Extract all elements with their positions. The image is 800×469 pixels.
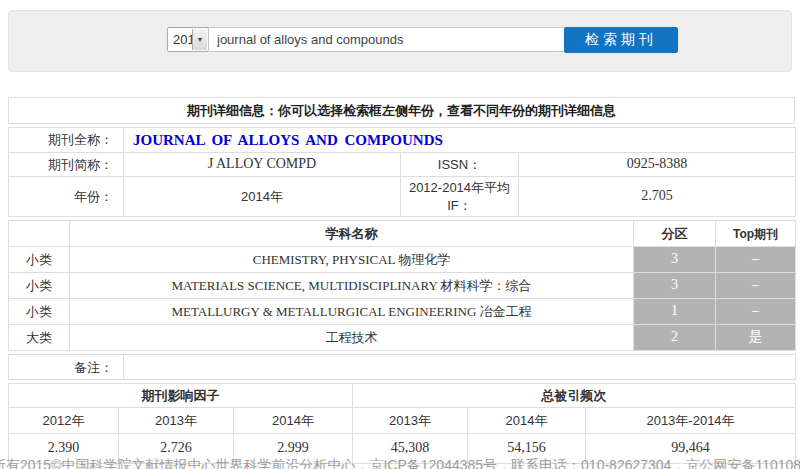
top-journal-cell: – <box>716 273 796 299</box>
subject-type: 小类 <box>9 273 70 299</box>
partition-header: 分区 <box>634 221 716 247</box>
subject-name: CHEMISTRY, PHYSICAL 物理化学 <box>70 247 634 273</box>
journal-abbr: J ALLOY COMPD <box>124 153 401 177</box>
subject-type: 小类 <box>9 299 70 325</box>
avg-if-value: 2.705 <box>519 177 796 217</box>
partition-cell: 3 <box>634 247 716 273</box>
partition-cell: 3 <box>634 273 716 299</box>
top-journal-cell: 是 <box>716 325 796 351</box>
avg-if-label: 2012-2014年平均IF： <box>401 177 519 217</box>
table-row: 小类 METALLURGY & METALLURGICAL ENGINEERIN… <box>9 299 796 325</box>
search-panel: 2014 ▼ 检索期刊 <box>8 10 792 72</box>
issn-value: 0925-8388 <box>519 153 796 177</box>
journal-info-table: 期刊全称： JOURNAL OF ALLOYS AND COMPOUNDS 期刊… <box>8 127 796 217</box>
footer-copyright: 所有2015©中国科学院文献情报中心世界科学前沿分析中心，京ICP备120443… <box>0 457 800 469</box>
journal-full-name[interactable]: JOURNAL OF ALLOYS AND COMPOUNDS <box>124 128 796 153</box>
subject-name: METALLURGY & METALLURGICAL ENGINEERING 冶… <box>70 299 634 325</box>
subject-name-header: 学科名称 <box>70 221 634 247</box>
stat-year: 2013年 <box>119 408 234 434</box>
year-value: 2014年 <box>124 177 401 217</box>
total-cites-header: 总被引频次 <box>353 384 796 408</box>
stat-year: 2013年-2014年 <box>586 408 796 434</box>
subject-name: MATERIALS SCIENCE, MULTIDISCIPLINARY 材料科… <box>70 273 634 299</box>
remark-table: 备注： <box>8 354 796 380</box>
journal-search-page: 2014 ▼ 检索期刊 期刊详细信息：你可以选择检索框左侧年份，查看不同年份的期… <box>0 0 800 469</box>
table-row: 大类 工程技术 2 是 <box>9 325 796 351</box>
remark-label: 备注： <box>9 355 124 380</box>
subject-type: 小类 <box>9 247 70 273</box>
top-journal-header: Top期刊 <box>716 221 796 247</box>
subject-partition-table: 学科名称 分区 Top期刊 小类 CHEMISTRY, PHYSICAL 物理化… <box>8 220 796 351</box>
journal-detail-section: 期刊详细信息：你可以选择检索框左侧年份，查看不同年份的期刊详细信息 期刊全称： … <box>8 97 795 467</box>
stat-year: 2014年 <box>468 408 586 434</box>
impact-factor-header: 期刊影响因子 <box>9 384 353 408</box>
stat-year: 2013年 <box>353 408 468 434</box>
subject-type: 大类 <box>9 325 70 351</box>
subject-name: 工程技术 <box>70 325 634 351</box>
abbr-label: 期刊简称： <box>9 153 124 177</box>
stat-year: 2014年 <box>234 408 353 434</box>
year-label: 年份： <box>9 177 124 217</box>
remark-value <box>124 355 796 380</box>
partition-cell: 2 <box>634 325 716 351</box>
top-journal-cell: – <box>716 299 796 325</box>
detail-header-text: 期刊详细信息：你可以选择检索框左侧年份，查看不同年份的期刊详细信息 <box>9 98 795 124</box>
table-row: 小类 CHEMISTRY, PHYSICAL 物理化学 3 – <box>9 247 796 273</box>
full-name-label: 期刊全称： <box>9 128 124 153</box>
detail-header-table: 期刊详细信息：你可以选择检索框左侧年份，查看不同年份的期刊详细信息 <box>8 97 795 124</box>
chevron-down-icon[interactable]: ▼ <box>192 29 207 50</box>
stats-table: 期刊影响因子 总被引频次 2012年 2013年 2014年 2013年 201… <box>8 383 796 464</box>
table-row: 小类 MATERIALS SCIENCE, MULTIDISCIPLINARY … <box>9 273 796 299</box>
search-input[interactable] <box>208 27 565 52</box>
search-journal-button[interactable]: 检索期刊 <box>564 27 678 53</box>
stat-year: 2012年 <box>9 408 119 434</box>
top-journal-cell: – <box>716 247 796 273</box>
issn-label: ISSN： <box>401 153 519 177</box>
year-select[interactable]: 2014 ▼ <box>167 27 209 52</box>
partition-cell: 1 <box>634 299 716 325</box>
subject-type-header <box>9 221 70 247</box>
